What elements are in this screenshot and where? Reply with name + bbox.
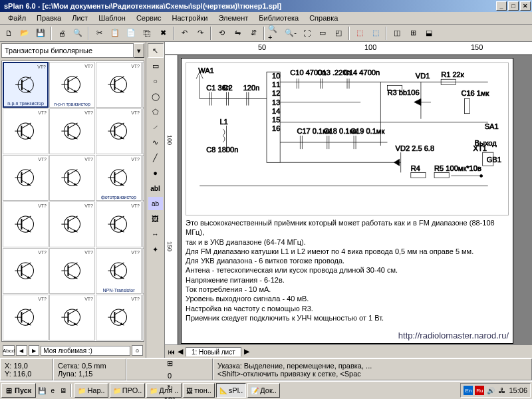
library-item-11[interactable]: VT?фототранзистор — [142, 155, 144, 201]
abcd-button[interactable]: Abcd — [3, 345, 15, 356]
menu-file[interactable]: Файл — [3, 13, 31, 23]
right-button[interactable]: ▶ — [29, 345, 40, 356]
paste-button[interactable]: 📄 — [124, 26, 138, 41]
library-item-3[interactable]: VT? — [142, 62, 144, 108]
freeform-tool[interactable]: ⟋ — [148, 120, 164, 134]
library-item-12[interactable]: VT? — [3, 201, 49, 247]
tab-nav-next[interactable]: ▶ — [244, 347, 249, 356]
library-item-10[interactable]: VT?фототранзистор — [96, 155, 142, 201]
new-button[interactable]: 🗋 — [1, 26, 16, 41]
close-button[interactable]: ✕ — [520, 1, 531, 11]
shape-tool[interactable]: ◯ — [148, 89, 164, 104]
canvas-scroll[interactable]: 100 150 10 11 12 13 — [165, 55, 532, 344]
library-grid[interactable]: VT?n-p-n транзисторVT?n-p-n транзисторVT… — [1, 61, 144, 342]
task-3[interactable]: 📁Для .. — [146, 383, 182, 398]
pointer-tool[interactable]: ↖ — [148, 43, 164, 58]
library-item-8[interactable]: VT? — [3, 155, 49, 201]
menu-service[interactable]: Сервис — [131, 13, 167, 23]
library-item-1[interactable]: VT?n-p-n транзистор — [49, 62, 95, 108]
bezier-tool[interactable]: ∿ — [148, 135, 164, 150]
menu-template[interactable]: Шаблон — [93, 13, 131, 23]
dimension-tool[interactable]: ↔ — [148, 227, 164, 241]
preview-button[interactable]: 🔍 — [70, 26, 85, 41]
text-tool[interactable]: ab — [148, 196, 164, 211]
footer-text[interactable] — [41, 346, 130, 356]
minimize-button[interactable]: _ — [496, 1, 507, 11]
zoom-page-button[interactable]: ▭ — [315, 26, 330, 41]
redo-button[interactable]: ↷ — [193, 26, 207, 41]
rect-tool[interactable]: ▭ — [148, 59, 164, 73]
print-button[interactable]: 🖨 — [55, 26, 69, 41]
zoom-out-button[interactable]: 🔍- — [283, 26, 298, 41]
library-item-4[interactable]: VT? — [3, 108, 49, 154]
flip-h-button[interactable]: ⇋ — [230, 26, 245, 41]
tab-nav-prev[interactable]: ◀ — [178, 347, 183, 356]
open-button[interactable]: 📂 — [17, 26, 32, 41]
quicklaunch-save-icon[interactable]: 💾 — [37, 386, 47, 395]
undo-button[interactable]: ↶ — [177, 26, 192, 41]
cut-button[interactable]: ✂ — [92, 26, 106, 41]
menu-sheet[interactable]: Лист — [66, 13, 93, 23]
library-item-9[interactable]: VT? — [49, 155, 95, 201]
library-item-7[interactable]: VT? — [142, 108, 144, 154]
library-item-2[interactable]: VT? — [96, 62, 142, 108]
menu-edit[interactable]: Правка — [31, 13, 66, 23]
menu-element[interactable]: Элемент — [213, 13, 253, 23]
quicklaunch-ie-icon[interactable]: e — [48, 386, 57, 395]
zoom-fit-button[interactable]: ⛶ — [299, 26, 314, 41]
library-item-6[interactable]: VT? — [96, 108, 142, 154]
label-tool[interactable]: abI — [148, 181, 164, 196]
library-item-19[interactable]: VT? — [142, 248, 144, 294]
task-5[interactable]: 📐sPl.. — [216, 383, 246, 398]
tray-lang-en[interactable]: En — [464, 386, 473, 395]
copy-button[interactable]: 📋 — [108, 26, 122, 41]
connect-button[interactable]: ◫ — [390, 26, 404, 41]
maximize-button[interactable]: □ — [508, 1, 519, 11]
sheet-tab[interactable]: 1: Новый лист — [186, 347, 241, 356]
menu-help[interactable]: Справка — [304, 13, 343, 23]
quicklaunch-desktop-icon[interactable]: 🖥 — [59, 386, 68, 395]
tool-b-button[interactable]: ⬚ — [368, 26, 383, 41]
rotate-button[interactable]: ⟲ — [214, 26, 229, 41]
tab-nav-first[interactable]: ⏮ — [168, 348, 175, 356]
menu-settings[interactable]: Настройки — [167, 13, 213, 23]
tray-vol-icon[interactable]: 🔊 — [486, 386, 495, 395]
task-1[interactable]: 📁Нар.. — [74, 383, 108, 398]
library-item-15[interactable]: VT? — [142, 201, 144, 247]
save-button[interactable]: 💾 — [33, 26, 48, 41]
zoom-sel-button[interactable]: ◰ — [331, 26, 346, 41]
tray-net-icon[interactable]: 🖧 — [497, 386, 507, 395]
delete-button[interactable]: ✖ — [156, 26, 170, 41]
library-item-23[interactable]: VT? — [142, 295, 144, 340]
sheet[interactable]: 10 11 12 13 14 15 16 — [181, 58, 513, 344]
start-button[interactable]: ⊞ Пуск — [1, 383, 36, 398]
schematic[interactable]: 10 11 12 13 14 15 16 — [186, 63, 509, 215]
line-tool[interactable]: ╱ — [148, 150, 164, 165]
library-item-17[interactable]: VT? — [49, 248, 95, 294]
tray-lang-ru[interactable]: Ru — [475, 386, 484, 395]
tray-clock[interactable]: 15:06 — [509, 386, 527, 394]
left-button[interactable]: ◀ — [16, 345, 27, 356]
library-item-13[interactable]: VT? — [49, 201, 95, 247]
menu-library[interactable]: Библиотека — [253, 13, 304, 23]
tool-a-button[interactable]: ⬚ — [352, 26, 367, 41]
library-item-0[interactable]: VT?n-p-n транзистор — [3, 62, 49, 108]
task-2[interactable]: 📁ПРО.. — [110, 383, 146, 398]
library-category-input[interactable] — [1, 43, 134, 58]
library-item-16[interactable]: VT? — [3, 248, 49, 294]
measure-tool[interactable]: ✦ — [148, 242, 164, 257]
task-4[interactable]: 🖼тюн.. — [183, 383, 214, 398]
align-button[interactable]: ⊞ — [406, 26, 420, 41]
library-item-14[interactable]: VT? — [96, 201, 142, 247]
poly-tool[interactable]: ⬠ — [148, 104, 164, 119]
duplicate-button[interactable]: ⿻ — [140, 26, 154, 41]
node-tool[interactable]: ● — [148, 166, 164, 180]
component-button[interactable]: ⬓ — [422, 26, 436, 41]
flip-v-button[interactable]: ⇵ — [246, 26, 261, 41]
image-tool[interactable]: 🖼 — [148, 211, 164, 226]
library-item-21[interactable]: VT? — [49, 295, 95, 340]
library-item-20[interactable]: VT? — [3, 295, 49, 340]
library-item-18[interactable]: VT?NPN-Transistor — [96, 248, 142, 294]
circle-tool[interactable]: ○ — [148, 74, 164, 88]
library-item-22[interactable]: VT? — [96, 295, 142, 340]
